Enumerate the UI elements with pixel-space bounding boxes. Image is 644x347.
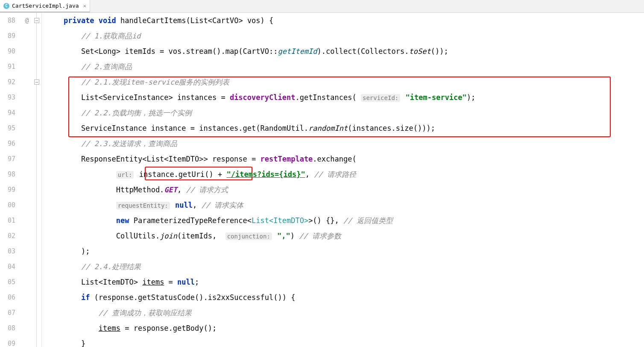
line-number: 88 — [0, 13, 15, 28]
code-line: // 2.4.处理结果 — [46, 259, 644, 274]
fold-marker-icon[interactable] — [34, 18, 39, 23]
code-line: ServiceInstance instance = instances.get… — [46, 121, 644, 136]
java-class-icon: C — [3, 3, 9, 9]
code-line: List<ItemDTO> items = null; — [46, 274, 644, 290]
file-tab[interactable]: C CartServiceImpl.java × — [0, 0, 90, 12]
code-line: // 2.查询商品 — [46, 59, 644, 74]
code-line: CollUtils.join(itemIds, conjunction: ","… — [46, 228, 644, 244]
code-line: ResponseEntity<List<ItemDTO>> response =… — [46, 151, 644, 167]
code-line: // 1.获取商品id — [46, 28, 644, 44]
line-number: 08 — [0, 321, 15, 336]
code-line: // 2.2.负载均衡，挑选一个实例 — [46, 105, 644, 121]
code-editor[interactable]: private void handleCartItems(List<CartVO… — [42, 13, 644, 347]
line-number: 03 — [0, 244, 15, 259]
code-line: List<ServiceInstance> instances = discov… — [46, 90, 644, 105]
code-line: if (response.getStatusCode().is2xxSucces… — [46, 290, 644, 305]
line-number: 04 — [0, 259, 15, 274]
line-number: 97 — [0, 151, 15, 167]
code-line: private void handleCartItems(List<CartVO… — [46, 13, 644, 28]
editor-area: 88 89 90 91 92 93 94 95 96 97 98 99 00 0… — [0, 13, 644, 347]
code-line: ); — [46, 244, 644, 259]
code-line: // 2.3.发送请求，查询商品 — [46, 136, 644, 151]
line-number: 00 — [0, 197, 15, 213]
line-number: 95 — [0, 121, 15, 136]
line-number-gutter: 88 89 90 91 92 93 94 95 96 97 98 99 00 0… — [0, 13, 20, 347]
line-number: 07 — [0, 305, 15, 321]
line-number: 06 — [0, 290, 15, 305]
line-number: 90 — [0, 44, 15, 59]
line-number: 01 — [0, 213, 15, 228]
tab-filename: CartServiceImpl.java — [12, 3, 79, 9]
line-number: 99 — [0, 182, 15, 197]
line-number: 09 — [0, 336, 15, 347]
override-annotation-icon[interactable]: @ — [20, 13, 33, 28]
line-number: 94 — [0, 105, 15, 121]
code-line: HttpMethod.GET, // 请求方式 — [46, 182, 644, 197]
code-line: items = response.getBody(); — [46, 321, 644, 336]
line-number: 05 — [0, 274, 15, 290]
line-number: 98 — [0, 167, 15, 182]
line-number: 93 — [0, 90, 15, 105]
code-line: // 查询成功，获取响应结果 — [46, 305, 644, 321]
code-line: new ParameterizedTypeReference<List<Item… — [46, 213, 644, 228]
fold-marker-icon[interactable] — [34, 79, 39, 85]
line-number: 89 — [0, 28, 15, 44]
line-number: 92 — [0, 74, 15, 90]
code-line: // 2.1.发现item-service服务的实例列表 — [46, 74, 644, 90]
close-icon[interactable]: × — [83, 3, 87, 9]
code-line: url: instance.getUri() + "/items?ids={id… — [46, 167, 644, 182]
line-number: 96 — [0, 136, 15, 151]
line-number: 02 — [0, 228, 15, 244]
code-line: requestEntity: null, // 请求实体 — [46, 197, 644, 213]
code-line: Set<Long> itemIds = vos.stream().map(Car… — [46, 44, 644, 59]
fold-gutter — [33, 13, 42, 347]
code-line: } — [46, 336, 644, 347]
tabs-bar: C CartServiceImpl.java × — [0, 0, 644, 13]
line-number: 91 — [0, 59, 15, 74]
annotations-gutter: @ — [20, 13, 33, 347]
